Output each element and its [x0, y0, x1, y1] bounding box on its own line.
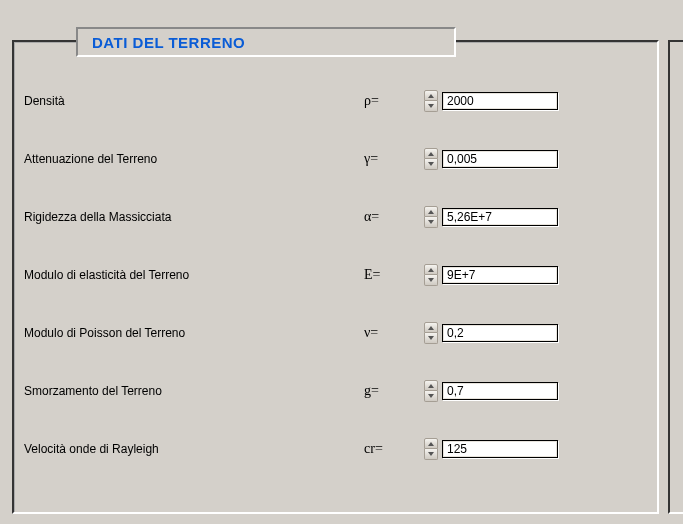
spin-down-icon[interactable]: [424, 217, 438, 228]
label-elastic-modulus: Modulo di elasticità del Terreno: [24, 268, 364, 282]
spin-up-icon[interactable]: [424, 322, 438, 333]
spinner-attenuation[interactable]: [424, 148, 438, 170]
spin-up-icon[interactable]: [424, 206, 438, 217]
symbol-rho: ρ=: [364, 93, 424, 109]
label-density: Densità: [24, 94, 364, 108]
row-damping: Smorzamento del Terreno g=: [24, 380, 644, 402]
input-poisson[interactable]: [442, 324, 558, 342]
symbol-gamma: γ=: [364, 151, 424, 167]
spinner-poisson[interactable]: [424, 322, 438, 344]
spinner-density[interactable]: [424, 90, 438, 112]
spin-down-icon[interactable]: [424, 275, 438, 286]
label-attenuation: Attenuazione del Terreno: [24, 152, 364, 166]
spin-up-icon[interactable]: [424, 90, 438, 101]
input-attenuation[interactable]: [442, 150, 558, 168]
input-damping[interactable]: [442, 382, 558, 400]
spin-up-icon[interactable]: [424, 148, 438, 159]
panel-title: DATI DEL TERRENO: [92, 34, 245, 51]
row-poisson: Modulo di Poisson del Terreno ν=: [24, 322, 644, 344]
spin-down-icon[interactable]: [424, 391, 438, 402]
symbol-g: g=: [364, 383, 424, 399]
spin-down-icon[interactable]: [424, 159, 438, 170]
spin-up-icon[interactable]: [424, 264, 438, 275]
row-elastic-modulus: Modulo di elasticità del Terreno E=: [24, 264, 644, 286]
spinner-damping[interactable]: [424, 380, 438, 402]
spin-down-icon[interactable]: [424, 101, 438, 112]
row-density: Densità ρ=: [24, 90, 644, 112]
panel-title-box: DATI DEL TERRENO: [76, 27, 456, 57]
symbol-e: E=: [364, 267, 424, 283]
spinner-elastic-modulus[interactable]: [424, 264, 438, 286]
row-rayleigh: Velocità onde di Rayleigh cr=: [24, 438, 644, 460]
spinner-rayleigh[interactable]: [424, 438, 438, 460]
label-rayleigh: Velocità onde di Rayleigh: [24, 442, 364, 456]
adjacent-panel: [668, 40, 683, 514]
symbol-alpha: α=: [364, 209, 424, 225]
input-stiffness[interactable]: [442, 208, 558, 226]
symbol-cr: cr=: [364, 441, 424, 457]
symbol-nu: ν=: [364, 325, 424, 341]
label-poisson: Modulo di Poisson del Terreno: [24, 326, 364, 340]
spin-down-icon[interactable]: [424, 449, 438, 460]
spinner-stiffness[interactable]: [424, 206, 438, 228]
row-stiffness: Rigidezza della Massicciata α=: [24, 206, 644, 228]
spin-down-icon[interactable]: [424, 333, 438, 344]
input-elastic-modulus[interactable]: [442, 266, 558, 284]
label-damping: Smorzamento del Terreno: [24, 384, 364, 398]
label-stiffness: Rigidezza della Massicciata: [24, 210, 364, 224]
input-rayleigh[interactable]: [442, 440, 558, 458]
spin-up-icon[interactable]: [424, 380, 438, 391]
row-attenuation: Attenuazione del Terreno γ=: [24, 148, 644, 170]
input-density[interactable]: [442, 92, 558, 110]
spin-up-icon[interactable]: [424, 438, 438, 449]
terrain-data-panel: DATI DEL TERRENO Densità ρ= Attenuazione…: [12, 40, 659, 514]
